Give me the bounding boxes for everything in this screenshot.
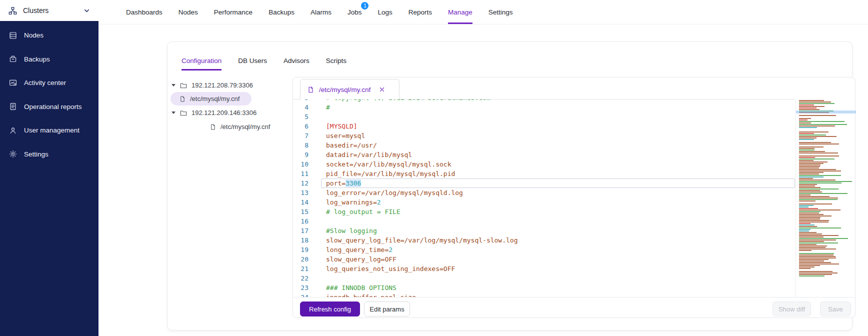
nav-item-dashboards[interactable]: Dashboards bbox=[126, 0, 162, 24]
code-line: 24innodb_buffer_pool_size= bbox=[293, 292, 796, 297]
tab-db-users[interactable]: DB Users bbox=[238, 52, 267, 70]
nav-item-alarms[interactable]: Alarms bbox=[310, 0, 332, 24]
nav-item-manage[interactable]: Manage bbox=[448, 0, 472, 24]
nav-item-logs[interactable]: Logs bbox=[378, 0, 392, 24]
editor-minimap-divider bbox=[796, 100, 796, 297]
code-line: 20slow_query_log=OFF bbox=[293, 254, 796, 264]
tab-configuration[interactable]: Configuration bbox=[182, 52, 222, 70]
tree-file-selected[interactable]: /etc/mysql/my.cnf bbox=[170, 92, 252, 106]
refresh-config-button[interactable]: Refresh config bbox=[300, 302, 360, 316]
operational-reports-icon bbox=[8, 102, 18, 111]
code-line: 15# log_output = FILE bbox=[293, 207, 796, 216]
nav-item-nodes[interactable]: Nodes bbox=[178, 0, 198, 24]
line-number: 5 bbox=[293, 112, 308, 122]
editor-file-tab[interactable]: /etc/mysql/my.cnf bbox=[300, 79, 400, 100]
tree-file[interactable]: /etc/mysql/my.cnf bbox=[210, 120, 270, 134]
settings-icon bbox=[8, 150, 18, 158]
sidebar-item-activity-center[interactable]: Activity center bbox=[0, 71, 98, 95]
close-icon[interactable] bbox=[379, 86, 385, 92]
line-number: 22 bbox=[293, 274, 308, 283]
line-content: #Slow logging bbox=[326, 226, 377, 236]
tree-node-host-1[interactable]: 192.121.208.79:3306 bbox=[172, 78, 253, 92]
code-line: 6[MYSQLD] bbox=[293, 122, 796, 131]
tab-advisors[interactable]: Advisors bbox=[284, 52, 310, 70]
line-number: 24 bbox=[293, 292, 308, 297]
code-line: 4# bbox=[293, 102, 796, 112]
nav-item-jobs[interactable]: Jobs1 bbox=[348, 0, 362, 24]
line-number: 4 bbox=[293, 102, 308, 112]
nav-item-label: Performance bbox=[214, 8, 252, 16]
sidebar-item-label: Nodes bbox=[24, 32, 44, 39]
sidebar-item-label: Activity center bbox=[24, 79, 66, 86]
nav-item-settings[interactable]: Settings bbox=[488, 0, 513, 24]
code-line: 13log_error=/var/log/mysql/mysqld.log bbox=[293, 188, 796, 198]
sidebar-item-label: Operational reports bbox=[24, 103, 82, 110]
top-nav-bar: DashboardsNodesPerformanceBackupsAlarmsJ… bbox=[98, 0, 868, 24]
code-line: 22 bbox=[293, 274, 796, 283]
current-line-highlight bbox=[321, 178, 795, 188]
line-number: 18 bbox=[293, 236, 308, 245]
tab-scripts[interactable]: Scripts bbox=[326, 52, 346, 70]
code-line: 23### INNODB OPTIONS bbox=[293, 283, 796, 292]
minimap-viewport-indicator[interactable] bbox=[796, 110, 856, 114]
file-icon bbox=[179, 96, 186, 102]
editor-minimap[interactable] bbox=[799, 100, 854, 336]
app-window: Clusters DashboardsNodesPerformanceBacku… bbox=[0, 0, 868, 336]
sidebar: NodesBackupsActivity centerOperational r… bbox=[0, 21, 98, 336]
tree-node-label: 192.121.208.79:3306 bbox=[192, 82, 253, 89]
line-number: 21 bbox=[293, 264, 308, 274]
line-content: innodb_buffer_pool_size= bbox=[326, 292, 420, 297]
line-number: 23 bbox=[293, 283, 308, 292]
line-content: datadir=/var/lib/mysql bbox=[326, 150, 412, 160]
backups-icon bbox=[8, 54, 18, 64]
nav-item-label: Nodes bbox=[178, 8, 198, 16]
sidebar-item-nodes[interactable]: Nodes bbox=[0, 24, 98, 48]
code-line: 7user=mysql bbox=[293, 131, 796, 140]
line-content: [MYSQLD] bbox=[326, 122, 358, 131]
nav-item-label: Settings bbox=[488, 8, 513, 16]
nav-item-label: Alarms bbox=[310, 8, 332, 16]
nav-item-label: Logs bbox=[378, 8, 392, 16]
nav-item-performance[interactable]: Performance bbox=[214, 0, 252, 24]
cluster-selector-label: Clusters bbox=[23, 6, 48, 14]
sidebar-item-user-management[interactable]: User management bbox=[0, 118, 98, 142]
line-content: slow_query_log=OFF bbox=[326, 254, 396, 264]
code-line: 10socket=/var/lib/mysql/mysql.sock bbox=[293, 160, 796, 169]
tree-node-host-2[interactable]: 192.121.209.146:3306 bbox=[172, 106, 256, 120]
sidebar-item-label: Settings bbox=[24, 150, 48, 158]
sidebar-item-label: Backups bbox=[24, 56, 50, 63]
line-content: log_warnings=2 bbox=[326, 198, 381, 207]
caret-down-icon[interactable] bbox=[172, 112, 176, 114]
folder-icon bbox=[180, 109, 188, 117]
nav-item-backups[interactable]: Backups bbox=[268, 0, 294, 24]
code-line: 21log_queries_not_using_indexes=OFF bbox=[293, 264, 796, 274]
line-content: slow_query_log_file=/var/log/mysql/mysql… bbox=[326, 236, 518, 245]
caret-down-icon[interactable] bbox=[172, 84, 176, 86]
line-number: 6 bbox=[293, 122, 308, 131]
line-number: 20 bbox=[293, 254, 308, 264]
nav-item-label: Manage bbox=[448, 8, 472, 16]
config-editor-panel: /etc/mysql/my.cnf 3# Copyright (c) 2011-… bbox=[292, 77, 856, 318]
line-number: 16 bbox=[293, 216, 308, 226]
sidebar-item-backups[interactable]: Backups bbox=[0, 48, 98, 72]
line-number: 8 bbox=[293, 140, 308, 150]
line-number: 14 bbox=[293, 198, 308, 207]
line-content: # bbox=[326, 102, 330, 112]
sidebar-item-settings[interactable]: Settings bbox=[0, 142, 98, 166]
tree-node-label: 192.121.209.146:3306 bbox=[192, 109, 256, 116]
jobs-badge: 1 bbox=[361, 2, 368, 10]
sidebar-item-operational-reports[interactable]: Operational reports bbox=[0, 95, 98, 119]
save-button[interactable]: Save bbox=[820, 302, 851, 316]
cluster-selector[interactable]: Clusters bbox=[0, 0, 98, 21]
code-line: 11pid_file=/var/lib/mysql/mysql.pid bbox=[293, 169, 796, 178]
show-diff-button[interactable]: Show diff bbox=[772, 302, 811, 316]
code-line: 17#Slow logging bbox=[293, 226, 796, 236]
tree-file-label: /etc/mysql/my.cnf bbox=[220, 123, 270, 130]
line-content: port=3306 bbox=[326, 178, 361, 188]
manage-card: ConfigurationDB UsersAdvisorsScripts 192… bbox=[167, 42, 852, 330]
nav-item-reports[interactable]: Reports bbox=[408, 0, 432, 24]
code-editor[interactable]: 3# Copyright (c) 2011-2014 Severalnines.… bbox=[293, 100, 796, 297]
line-content: ### INNODB OPTIONS bbox=[326, 283, 396, 292]
edit-params-button[interactable]: Edit params bbox=[364, 302, 410, 316]
editor-tab-label: /etc/mysql/my.cnf bbox=[319, 86, 370, 94]
